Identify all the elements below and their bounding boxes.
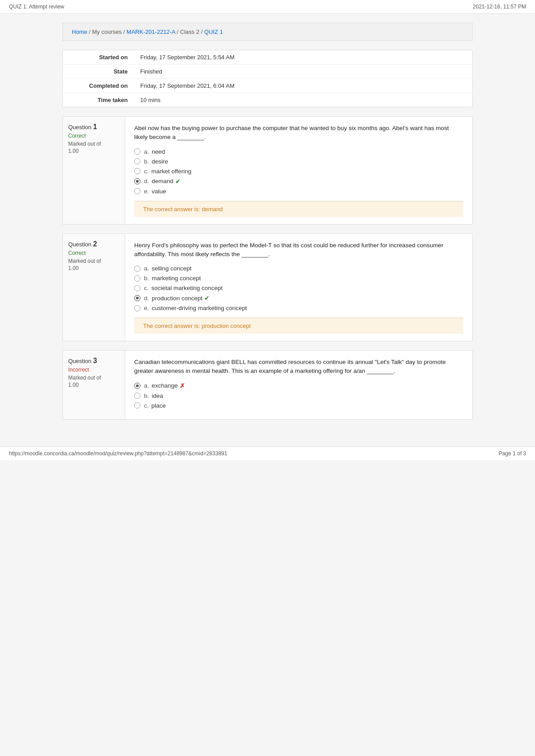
option-label-2-c: c. [144, 285, 149, 291]
option-text-1-c: market offering [152, 168, 192, 175]
radio-2-b[interactable] [134, 275, 140, 282]
radio-1-a[interactable] [134, 148, 140, 155]
questions-container: Question 1 Correct Marked out of 1.00 Ab… [62, 116, 473, 420]
question-block-2: Question 2 Correct Marked out of 1.00 He… [62, 233, 473, 342]
option-text-1-d: demand [152, 178, 173, 184]
question-status-1: Correct [68, 133, 119, 139]
breadcrumb-home[interactable]: Home [72, 29, 87, 35]
option-label-1-b: b. [144, 158, 149, 165]
option-1-d: d.demand✔ [134, 178, 463, 185]
page-header: QUIZ 1: Attempt review 2021-12-16, 11:57… [0, 0, 535, 14]
option-text-3-c: place [152, 402, 166, 409]
question-score-2: 1.00 [68, 265, 119, 271]
option-text-2-b: marketing concept [152, 275, 201, 282]
option-label-2-d: d. [144, 295, 149, 302]
question-sidebar-3: Question 3 Incorrect Marked out of 1.00 [63, 351, 125, 419]
option-label-3-c: c. [144, 402, 149, 409]
question-sidebar-1: Question 1 Correct Marked out of 1.00 [63, 117, 125, 224]
quiz-info-row-state: State Finished [63, 65, 473, 79]
radio-1-d[interactable] [134, 178, 140, 184]
page-title: QUIZ 1: Attempt review [9, 4, 64, 10]
option-2-c: c.societal marketing concept [134, 285, 463, 291]
option-text-3-a: exchange [152, 382, 178, 389]
breadcrumb-quiz[interactable]: QUIZ 1 [204, 29, 223, 35]
radio-1-c[interactable] [134, 168, 140, 174]
question-score-1: 1.00 [68, 148, 119, 154]
started-on-value: Friday, 17 September 2021, 5:54 AM [134, 50, 473, 65]
check-icon-1-d: ✔ [175, 178, 181, 185]
question-marked-label-2: Marked out of [68, 258, 119, 264]
page-datetime: 2021-12-16, 11:57 PM [473, 4, 526, 10]
option-3-b: b.idea [134, 392, 463, 399]
radio-3-c[interactable] [134, 402, 140, 409]
radio-2-c[interactable] [134, 285, 140, 291]
option-text-2-c: societal marketing concept [152, 285, 223, 291]
question-number-2: Question 2 [68, 240, 119, 248]
question-marked-label-1: Marked out of [68, 141, 119, 147]
radio-3-b[interactable] [134, 392, 140, 399]
breadcrumb-course[interactable]: MARK-201-2212-A [127, 29, 175, 35]
correct-answer-box-1: The correct answer is: demand [134, 201, 463, 217]
started-on-label: Started on [63, 50, 134, 65]
correct-answer-box-2: The correct answer is: production concep… [134, 318, 463, 334]
option-label-2-a: a. [144, 265, 149, 272]
question-text-2: Henry Ford's philosophy was to perfect t… [134, 241, 463, 259]
option-label-3-b: b. [144, 392, 149, 399]
option-2-e: e.customer-driving marketing concept [134, 305, 463, 311]
question-block-1: Question 1 Correct Marked out of 1.00 Ab… [62, 116, 473, 225]
quiz-info-row-started: Started on Friday, 17 September 2021, 5:… [63, 50, 473, 65]
option-1-b: b.desire [134, 158, 463, 165]
question-body-1: Abel now has the buying power to purchas… [125, 117, 472, 224]
question-sidebar-2: Question 2 Correct Marked out of 1.00 [63, 234, 125, 341]
radio-2-e[interactable] [134, 305, 140, 311]
question-number-3: Question 3 [68, 357, 119, 365]
breadcrumb-sep2: / Class 2 / [177, 29, 204, 35]
option-2-b: b.marketing concept [134, 275, 463, 282]
breadcrumb: Home / My courses / MARK-201-2212-A / Cl… [62, 23, 473, 41]
completed-on-label: Completed on [63, 79, 134, 93]
quiz-info-row-time: Time taken 10 mins [63, 93, 473, 107]
option-label-2-b: b. [144, 275, 149, 282]
option-text-2-d: production concept [152, 295, 202, 302]
question-status-2: Correct [68, 250, 119, 256]
radio-3-a[interactable] [134, 383, 140, 389]
footer-url: https://moodle.concordia.ca/moodle/mod/q… [9, 450, 227, 457]
question-text-3: Canadian telecommunications giant BELL h… [134, 358, 463, 376]
option-label-2-e: e. [144, 305, 149, 311]
option-1-a: a.need [134, 148, 463, 155]
question-body-3: Canadian telecommunications giant BELL h… [125, 351, 472, 419]
radio-2-d[interactable] [134, 295, 140, 301]
option-label-1-d: d. [144, 178, 149, 184]
x-icon-3-a: ✗ [180, 382, 185, 389]
completed-on-value: Friday, 17 September 2021, 6:04 AM [134, 79, 473, 93]
question-body-2: Henry Ford's philosophy was to perfect t… [125, 234, 472, 341]
footer-page: Page 1 of 3 [499, 450, 526, 457]
options-list-2: a.selling conceptb.marketing conceptc.so… [134, 265, 463, 311]
option-text-3-b: idea [152, 392, 163, 399]
check-icon-2-d: ✔ [204, 294, 210, 302]
option-label-1-a: a. [144, 148, 149, 155]
quiz-info-table: Started on Friday, 17 September 2021, 5:… [62, 50, 473, 107]
option-2-d: d.production concept✔ [134, 294, 463, 302]
state-value: Finished [134, 65, 473, 79]
question-marked-label-3: Marked out of [68, 375, 119, 381]
option-label-1-c: c. [144, 168, 149, 175]
radio-2-a[interactable] [134, 266, 140, 272]
option-2-a: a.selling concept [134, 265, 463, 272]
time-taken-value: 10 mins [134, 93, 473, 107]
option-text-1-e: value [152, 188, 166, 195]
option-1-e: e.value [134, 188, 463, 195]
option-3-c: c.place [134, 402, 463, 409]
option-3-a: a.exchange✗ [134, 382, 463, 389]
option-label-1-e: e. [144, 188, 149, 195]
question-number-1: Question 1 [68, 123, 119, 131]
main-content: Home / My courses / MARK-201-2212-A / Cl… [54, 14, 482, 437]
radio-1-b[interactable] [134, 158, 140, 164]
time-taken-label: Time taken [63, 93, 134, 107]
options-list-3: a.exchange✗b.ideac.place [134, 382, 463, 409]
question-text-1: Abel now has the buying power to purchas… [134, 124, 463, 142]
radio-1-e[interactable] [134, 188, 140, 194]
option-text-2-a: selling concept [152, 265, 191, 272]
quiz-info-row-completed: Completed on Friday, 17 September 2021, … [63, 79, 473, 93]
option-text-1-a: need [152, 148, 165, 155]
